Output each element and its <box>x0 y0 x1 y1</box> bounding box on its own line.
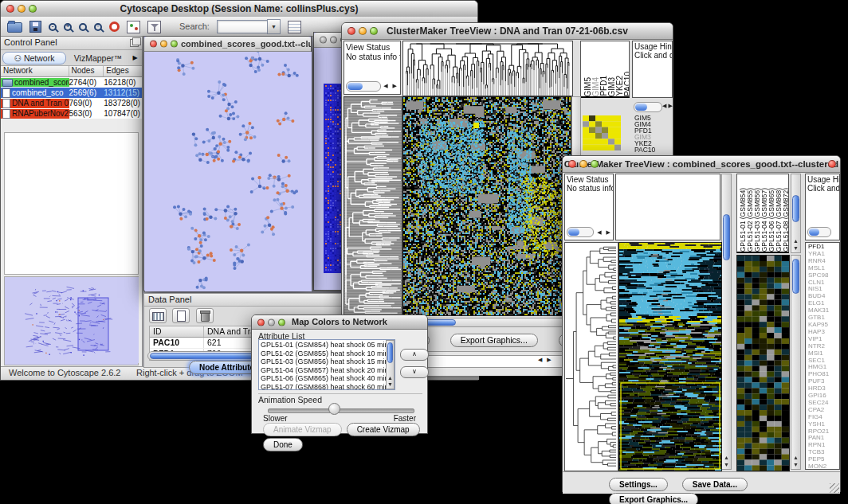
close-icon[interactable] <box>6 5 14 13</box>
float-panel-icon[interactable] <box>130 39 139 47</box>
dialog-titlebar[interactable]: Map Colors to Network <box>252 315 427 330</box>
scroll-arrows[interactable]: ◀ ▶ <box>538 357 553 363</box>
scrollbar-thumb[interactable] <box>723 214 730 260</box>
minimize-icon[interactable] <box>579 160 587 168</box>
column-label[interactable]: GPL51-02 (GSM855) <box>746 188 753 252</box>
column-label[interactable]: GPL51-07 (GSM868) <box>775 188 782 252</box>
column-label[interactable]: PAC10 <box>623 72 630 96</box>
close-icon-right[interactable] <box>828 160 836 168</box>
tab-vizmapper[interactable]: VizMapper™ <box>67 53 129 64</box>
dialog-button[interactable]: Animate Vizmap <box>263 423 342 436</box>
overview-canvas[interactable] <box>5 277 139 363</box>
scroll-arrows[interactable]: ◀▶ <box>662 103 674 109</box>
minimize-icon[interactable] <box>268 318 275 326</box>
attribute-item[interactable]: GPL51-07 (GSM868) heat shock 60 min <box>261 383 393 391</box>
tab-network[interactable]: ⚇ Network <box>2 52 66 64</box>
scroll-down-icon[interactable]: ▼ <box>387 381 394 388</box>
scroll-arrows[interactable]: ◀ ▶ <box>597 228 612 236</box>
new-attribute-icon[interactable] <box>172 308 190 323</box>
slider-thumb[interactable] <box>328 403 340 415</box>
main-titlebar[interactable]: Cytoscape Desktop (Session Name: collins… <box>1 1 477 18</box>
animation-speed-slider[interactable] <box>268 408 414 413</box>
attribute-list-scrollbar[interactable]: ▲ ▼ <box>386 340 395 389</box>
scrollbar-thumb[interactable] <box>792 259 799 294</box>
row-dendrogram-canvas[interactable] <box>564 242 618 471</box>
network-row[interactable]: combined_sco 2569(6) 13112(15) <box>1 88 142 98</box>
scroll-up-icon[interactable]: ▲ <box>791 455 800 461</box>
gene-label[interactable]: PAC10 <box>634 147 671 153</box>
scroll-down-icon[interactable]: ▼ <box>722 462 731 468</box>
heatmap-vscrollbar[interactable]: ▲ ▼ <box>721 174 732 470</box>
attribute-item[interactable]: GPL51-03 (GSM856) heat shock 15 min <box>261 357 393 366</box>
scroll-up-icon[interactable]: ▲ <box>791 238 800 244</box>
zoom-heatmap-canvas[interactable] <box>736 255 790 471</box>
view-status-scrollbar[interactable] <box>346 81 381 92</box>
zoom-window-icon[interactable] <box>278 318 285 326</box>
attribute-browser-icon[interactable] <box>288 21 301 33</box>
column-label[interactable]: YKE2 <box>615 76 623 96</box>
network-canvas[interactable] <box>145 52 312 291</box>
zoom-panel-vscrollbar-top[interactable]: ▲ ▼ <box>791 174 801 253</box>
zoom-out-icon[interactable]: - <box>49 23 57 31</box>
dialog-button[interactable]: Create Vizmap <box>347 423 420 436</box>
zoom-fit-icon[interactable]: ▫ <box>94 23 102 31</box>
treeview-button[interactable]: Settings... <box>609 478 668 491</box>
minimize-icon[interactable] <box>160 41 167 48</box>
usage-scrollbar[interactable] <box>634 102 662 112</box>
treeview-combined-titlebar[interactable]: ClusterMaker TreeView : combined_scores_… <box>563 156 840 173</box>
attribute-item[interactable]: GPL51-01 (GSM854) heat shock 05 min <box>261 341 393 350</box>
scroll-up-icon[interactable]: ▲ <box>387 375 394 381</box>
column-dendrogram-area[interactable] <box>615 174 720 240</box>
zoom-selected-icon[interactable] <box>79 23 87 31</box>
scroll-down-icon[interactable]: ▼ <box>791 245 800 252</box>
close-icon[interactable] <box>347 27 355 35</box>
column-label[interactable]: GPL51-08 (GSM872) <box>782 188 789 252</box>
row-dendrogram-canvas[interactable] <box>344 96 402 316</box>
search-input[interactable] <box>217 20 267 33</box>
heatmap-canvas[interactable] <box>618 242 722 471</box>
heatmap-hscrollbar[interactable]: ◀ ▶ <box>402 318 581 327</box>
open-session-icon[interactable] <box>7 22 22 33</box>
scroll-up-icon[interactable]: ▲ <box>722 455 731 461</box>
zoom-in-icon[interactable]: + <box>64 23 72 31</box>
minimize-icon[interactable] <box>18 5 26 13</box>
column-label[interactable]: GPL51-01 (GSM854) <box>739 188 746 252</box>
save-session-icon[interactable] <box>29 21 41 33</box>
filter-icon[interactable] <box>147 21 161 33</box>
attribute-list[interactable]: GPL51-01 (GSM854) heat shock 05 minGPL51… <box>258 339 395 390</box>
column-label[interactable]: GPL51-06 (GSM865) <box>768 188 775 252</box>
tab-overflow-icon[interactable]: ▶ <box>130 54 140 61</box>
column-label[interactable]: GIM5 <box>583 77 591 96</box>
column-label[interactable]: GPL51-04 (GSM857) <box>760 188 768 252</box>
zoom-window-icon[interactable] <box>370 27 378 35</box>
network-view-titlebar[interactable]: combined_scores_good.txt--cluste... <box>144 37 311 52</box>
vizmapper-icon[interactable] <box>127 21 140 33</box>
column-label[interactable]: GIM3 <box>607 77 615 96</box>
close-icon[interactable] <box>150 41 157 48</box>
column-dendrogram-canvas[interactable] <box>402 41 573 96</box>
network-row[interactable]: DNA and Tran 07 769(0) 183728(0) <box>1 98 142 108</box>
gene-label[interactable]: MON2 <box>808 463 837 470</box>
scrollbar-thumb[interactable] <box>387 342 393 363</box>
resize-grip[interactable] <box>830 483 839 493</box>
zoom-window-icon[interactable] <box>171 41 178 48</box>
treeview-button[interactable]: Export Graphics... <box>450 334 538 347</box>
close-icon[interactable] <box>568 160 576 168</box>
zoom-window-icon[interactable] <box>591 160 599 168</box>
select-attributes-icon[interactable] <box>149 308 167 323</box>
treeview-dna-titlebar[interactable]: ClusterMaker TreeView : DNA and Tran 07-… <box>342 23 673 40</box>
dialog-button[interactable]: Done <box>263 438 303 451</box>
column-label[interactable]: GIM4 <box>591 77 599 96</box>
birdseye-overview[interactable] <box>4 276 139 365</box>
usage-scrollbar[interactable] <box>807 227 831 237</box>
attribute-item[interactable]: GPL51-04 (GSM857) heat shock 20 min <box>261 366 393 375</box>
attribute-item[interactable]: GPL51-02 (GSM855) heat shock 10 min <box>261 350 393 358</box>
move-up-button[interactable]: ∧ <box>400 349 429 361</box>
minimize-icon[interactable] <box>359 27 367 35</box>
column-label[interactable]: GPL51-03 (GSM856) <box>753 188 760 252</box>
attribute-item[interactable]: GPL51-06 (GSM865) heat shock 40 min <box>261 374 393 383</box>
view-status-scrollbar[interactable] <box>567 227 594 237</box>
zoom-panel-vscrollbar[interactable]: ▲ ▼ <box>791 255 801 470</box>
selected-cluster-heatmap[interactable] <box>583 115 621 150</box>
treeview-button[interactable]: Save Data... <box>682 478 748 491</box>
